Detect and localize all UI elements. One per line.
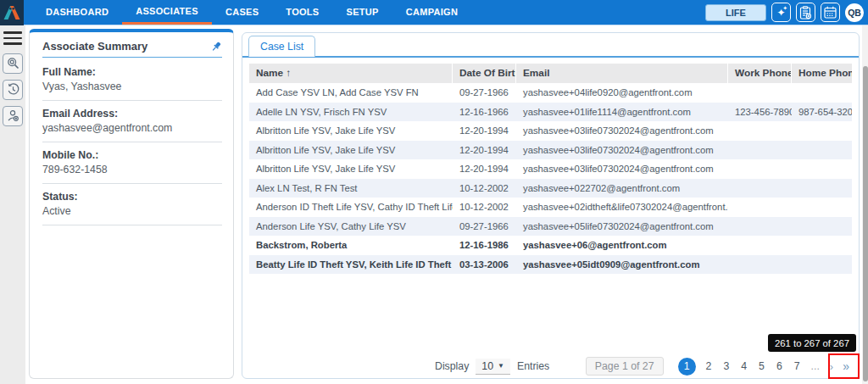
page-button-2[interactable]: 2 xyxy=(700,360,718,372)
field-status: Status: Active xyxy=(30,184,233,217)
column-header-email[interactable]: Email xyxy=(516,64,728,83)
cell-work-phone xyxy=(728,83,792,103)
cell-work-phone xyxy=(728,217,792,237)
table-row[interactable]: Beatty Life ID Theft YSV, Keith Life ID … xyxy=(249,255,852,275)
cell-home-phone xyxy=(792,179,852,198)
search-icon[interactable] xyxy=(3,53,23,74)
cell-dob: 03-13-2006 xyxy=(453,255,516,275)
cell-name: Albritton Life YSV, Jake Life YSV xyxy=(249,121,453,141)
column-header-work-phone[interactable]: Work Phone xyxy=(728,64,792,83)
cell-name: Beatty Life ID Theft YSV, Keith Life ID … xyxy=(249,255,453,275)
highlight-red-box xyxy=(828,353,860,379)
page-button-4[interactable]: 4 xyxy=(735,360,753,372)
cell-home-phone xyxy=(792,236,852,255)
pin-icon[interactable] xyxy=(210,41,222,53)
cell-email: yashasvee+022702@agentfront.com xyxy=(516,179,728,198)
cell-work-phone xyxy=(728,121,792,141)
cell-dob: 09-27-1966 xyxy=(453,217,516,237)
column-header-name[interactable]: Name ↑ xyxy=(249,64,453,83)
agentfront-logo-icon xyxy=(3,5,20,20)
clipboard-add-icon[interactable] xyxy=(796,3,815,22)
table-row[interactable]: Adelle LN YSV, Frisch FN YSV 12-16-1966 … xyxy=(249,103,852,122)
nav-item-setup[interactable]: SETUP xyxy=(333,0,392,25)
qb-badge[interactable]: QB xyxy=(845,3,864,22)
cell-work-phone xyxy=(728,198,792,217)
table-row[interactable]: Add Case YSV LN, Add Case YSV FN 09-27-1… xyxy=(249,83,852,103)
table-row[interactable]: Anderson Life YSV, Cathy Life YSV 09-27-… xyxy=(249,217,852,237)
calendar-icon[interactable] xyxy=(821,3,840,22)
cell-dob: 12-20-1994 xyxy=(453,141,516,160)
left-icon-rail xyxy=(0,25,25,384)
cell-home-phone xyxy=(792,159,852,179)
cell-name: Albritton Life YSV, Jake Life YSV xyxy=(249,159,453,179)
case-list-panel: Case List Name ↑ Date Of Birth Email Wor… xyxy=(242,32,860,379)
column-header-dob[interactable]: Date Of Birth xyxy=(453,64,516,83)
cell-work-phone xyxy=(728,159,792,179)
cell-dob: 10-12-2002 xyxy=(453,198,516,217)
table-row[interactable]: Albritton Life YSV, Jake Life YSV 12-20-… xyxy=(249,141,852,160)
record-range-tooltip: 261 to 267 of 267 xyxy=(768,334,856,352)
hamburger-menu-icon[interactable] xyxy=(3,31,22,45)
cell-dob: 12-20-1994 xyxy=(453,159,516,179)
associate-summary-card: Associate Summary Full Name: Vyas, Yasha… xyxy=(29,29,234,379)
page-size-dropdown[interactable]: 10 ▼ xyxy=(476,359,510,375)
tab-case-list[interactable]: Case List xyxy=(248,36,315,57)
cell-name: Backstrom, Roberta xyxy=(249,236,453,255)
nav-item-campaign[interactable]: CAMPAIGN xyxy=(392,0,471,25)
page-button-5[interactable]: 5 xyxy=(753,360,771,372)
nav-item-cases[interactable]: CASES xyxy=(212,0,272,25)
cell-email: yashasvee+04life0920@agentfront.com xyxy=(516,83,728,103)
field-label: Full Name: xyxy=(42,66,220,78)
life-button[interactable]: LIFE xyxy=(705,4,766,21)
cell-home-phone xyxy=(792,217,852,237)
nav-item-dashboard[interactable]: DASHBOARD xyxy=(32,0,122,25)
nav-right-controls: LIFE ✦ ✦ xyxy=(705,0,868,25)
history-icon[interactable] xyxy=(3,80,23,100)
table-row[interactable]: Albritton Life YSV, Jake Life YSV 12-20-… xyxy=(249,121,852,141)
cell-work-phone xyxy=(728,141,792,160)
sparkles-icon[interactable]: ✦ ✦ xyxy=(771,3,791,22)
field-value: 789-632-1458 xyxy=(42,164,220,175)
page-button-3[interactable]: 3 xyxy=(717,360,735,372)
app-logo[interactable] xyxy=(0,0,24,25)
divider xyxy=(42,225,222,225)
table-row[interactable]: Anderson ID Theft Life YSV, Cathy ID The… xyxy=(249,198,852,217)
vertical-scrollbar-track[interactable] xyxy=(862,25,868,384)
cell-email: yashasvee+03life07302024@agentfront.com xyxy=(516,141,728,160)
page-button-6[interactable]: 6 xyxy=(771,360,788,372)
page-size-value: 10 xyxy=(481,360,493,372)
cell-dob: 12-16-1966 xyxy=(453,103,516,122)
field-value: yashasvee@agentfront.com xyxy=(42,122,220,134)
table-row[interactable]: Albritton Life YSV, Jake Life YSV 12-20-… xyxy=(249,159,852,179)
field-label: Mobile No.: xyxy=(42,149,220,161)
add-person-icon[interactable] xyxy=(3,106,23,126)
cell-home-phone xyxy=(792,121,852,141)
field-mobile-no: Mobile No.: 789-632-1458 xyxy=(30,142,233,175)
cell-email: yashasvee+03life07302024@agentfront.com xyxy=(516,121,728,141)
nav-item-associates[interactable]: ASSOCIATES xyxy=(122,0,212,25)
cell-dob: 10-12-2002 xyxy=(453,179,516,198)
field-label: Email Address: xyxy=(42,108,220,120)
cell-work-phone: 123-456-7890 xyxy=(728,103,792,122)
table-row[interactable]: Alex LN Test, R FN Test 10-12-2002 yasha… xyxy=(249,179,852,198)
nav-item-tools[interactable]: TOOLS xyxy=(272,0,332,25)
summary-title-underline xyxy=(42,57,222,58)
cell-email: yashasvee+06@agentfront.com xyxy=(516,236,728,255)
page-button-1[interactable]: 1 xyxy=(678,358,696,376)
cell-dob: 12-20-1994 xyxy=(453,121,516,141)
cell-work-phone xyxy=(728,179,792,198)
field-full-name: Full Name: Vyas, Yashasvee xyxy=(30,59,233,92)
column-header-home-phone[interactable]: Home Phone xyxy=(792,64,852,83)
pagination-bar: Display 10 ▼ Entries Page 1 of 27 1 2 3 … xyxy=(249,355,854,377)
display-label: Display xyxy=(435,360,469,372)
vertical-scrollbar-thumb[interactable] xyxy=(863,66,868,381)
table-row[interactable]: Backstrom, Roberta 12-16-1986 yashasvee+… xyxy=(249,236,852,255)
cell-name: Anderson ID Theft Life YSV, Cathy ID The… xyxy=(249,198,453,217)
associate-summary-title: Associate Summary xyxy=(42,40,147,53)
cell-name: Albritton Life YSV, Jake Life YSV xyxy=(249,141,453,160)
cell-email: yashasvee+02idtheft&life07302024@agentfr… xyxy=(516,198,728,217)
page-button-7[interactable]: 7 xyxy=(788,360,806,372)
tab-underline xyxy=(242,56,859,58)
table-body: Add Case YSV LN, Add Case YSV FN 09-27-1… xyxy=(249,83,852,274)
field-value: Active xyxy=(42,205,220,217)
